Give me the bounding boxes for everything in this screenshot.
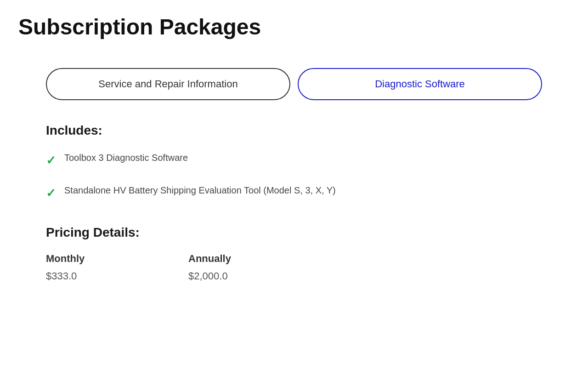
- monthly-value: $333.0: [46, 270, 179, 282]
- list-item: ✓ Toolbox 3 Diagnostic Software: [46, 151, 542, 170]
- content-area: Includes: ✓ Toolbox 3 Diagnostic Softwar…: [18, 123, 570, 282]
- check-icon-2: ✓: [46, 184, 56, 202]
- page-title: Subscription Packages: [18, 14, 570, 40]
- annually-value: $2,000.0: [188, 270, 322, 282]
- pricing-grid: Monthly $333.0 Annually $2,000.0: [46, 253, 322, 282]
- tab-diagnostic-software[interactable]: Diagnostic Software: [298, 68, 542, 100]
- includes-item-1: Toolbox 3 Diagnostic Software: [64, 151, 188, 165]
- pricing-heading: Pricing Details:: [46, 225, 542, 240]
- tab-service-repair[interactable]: Service and Repair Information: [46, 68, 290, 100]
- annually-label: Annually: [188, 253, 322, 265]
- includes-list: ✓ Toolbox 3 Diagnostic Software ✓ Standa…: [46, 151, 542, 202]
- check-icon-1: ✓: [46, 152, 56, 170]
- monthly-label: Monthly: [46, 253, 179, 265]
- annually-column: Annually $2,000.0: [188, 253, 322, 282]
- monthly-column: Monthly $333.0: [46, 253, 179, 282]
- list-item: ✓ Standalone HV Battery Shipping Evaluat…: [46, 183, 542, 202]
- includes-item-2: Standalone HV Battery Shipping Evaluatio…: [64, 183, 336, 197]
- includes-heading: Includes:: [46, 123, 542, 138]
- pricing-section: Pricing Details: Monthly $333.0 Annually…: [46, 225, 542, 282]
- tab-container: Service and Repair Information Diagnosti…: [18, 68, 570, 100]
